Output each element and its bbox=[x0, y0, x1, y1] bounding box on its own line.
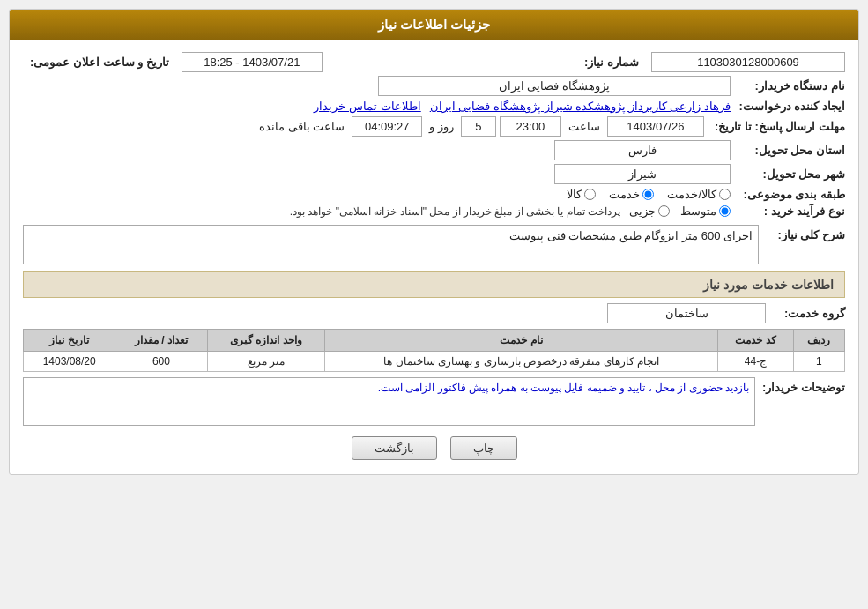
category-option-label-3: کالا/خدمت bbox=[667, 188, 716, 201]
services-info-header: اطلاعات خدمات مورد نیاز bbox=[23, 271, 845, 298]
buyer-name-label: نام دستگاه خریدار: bbox=[731, 79, 845, 93]
public-announce-value: 1403/07/21 - 18:25 bbox=[182, 52, 323, 72]
process-option-medium-label: متوسط bbox=[680, 204, 716, 218]
contact-info-link[interactable]: اطلاعات تماس خریدار bbox=[314, 100, 420, 113]
cell-service-name: انجام کارهای متفرقه درخصوص بازسازی و بهس… bbox=[325, 352, 718, 372]
back-button[interactable]: بازگشت bbox=[352, 436, 437, 460]
col-service-name: نام خدمت bbox=[325, 330, 718, 352]
print-button[interactable]: چاپ bbox=[450, 436, 517, 460]
buyer-notes-label: توضیحات خریدار: bbox=[762, 377, 845, 394]
buyer-notes-value: بازدید حضوری از محل ، تایید و ضمیمه فایل… bbox=[23, 377, 755, 426]
creator-link[interactable]: فرهاد زارعی کاربرداز پژوهشکده شیراز پژوه… bbox=[430, 100, 731, 113]
reply-days-label: روز و bbox=[426, 120, 457, 133]
process-type-label: نوع فرآیند خرید : bbox=[731, 204, 845, 218]
reply-remaining-label: ساعت باقی مانده bbox=[256, 120, 348, 133]
reply-time-label: ساعت bbox=[565, 120, 604, 133]
city-label: شهر محل تحویل: bbox=[731, 167, 845, 181]
cell-row-num: 1 bbox=[793, 352, 844, 372]
process-option-medium[interactable]: متوسط bbox=[680, 204, 731, 218]
province-value: فارس bbox=[554, 140, 731, 160]
col-date: تاریخ نیاز bbox=[24, 330, 115, 352]
col-service-code: کد خدمت bbox=[718, 330, 794, 352]
process-option-minor-label: جزیی bbox=[629, 204, 656, 218]
category-option-label-2: خدمت bbox=[609, 188, 640, 201]
need-number-value: 1103030128000609 bbox=[651, 52, 845, 72]
buyer-name-value: پژوهشگاه فضایی ایران bbox=[378, 76, 731, 96]
page-title: جزئیات اطلاعات نیاز bbox=[10, 10, 858, 40]
province-label: استان محل تحویل: bbox=[731, 144, 845, 157]
creator-label: ایجاد کننده درخواست: bbox=[731, 100, 845, 113]
category-option-service-goods[interactable]: کالا/خدمت bbox=[667, 188, 731, 201]
reply-days-value: 5 bbox=[461, 116, 496, 137]
service-group-value: ساختمان bbox=[607, 303, 766, 323]
general-description-value: اجرای 600 متر ایزوگام طبق مشخصات فنی پیو… bbox=[23, 225, 759, 264]
service-group-label: گروه خدمت: bbox=[766, 307, 845, 320]
cell-quantity: 600 bbox=[115, 352, 207, 372]
category-option-service[interactable]: خدمت bbox=[609, 188, 654, 201]
reply-deadline-label: مهلت ارسال پاسخ: تا تاریخ: bbox=[708, 120, 845, 133]
category-option-label-1: کالا bbox=[567, 188, 582, 201]
general-description-label: شرح کلی نیاز: bbox=[766, 225, 845, 241]
reply-date-value: 1403/07/26 bbox=[607, 116, 704, 137]
reply-remaining-value: 04:09:27 bbox=[352, 116, 422, 137]
services-table: ردیف کد خدمت نام خدمت واحد اندازه گیری ت… bbox=[23, 329, 845, 372]
category-label: طبقه بندی موضوعی: bbox=[731, 188, 845, 201]
category-option-goods[interactable]: کالا bbox=[567, 188, 596, 201]
col-row-num: ردیف bbox=[793, 330, 844, 352]
cell-date: 1403/08/20 bbox=[24, 352, 115, 372]
cell-unit: متر مربع bbox=[207, 352, 325, 372]
col-quantity: تعداد / مقدار bbox=[115, 330, 207, 352]
need-number-label: شماره نیاز: bbox=[577, 56, 646, 69]
cell-service-code: ج-44 bbox=[718, 352, 794, 372]
city-value: شیراز bbox=[554, 164, 731, 184]
process-description: پرداخت تمام یا بخشی از مبلغ خریدار از مح… bbox=[23, 205, 629, 218]
reply-time-value: 23:00 bbox=[500, 116, 561, 137]
col-unit: واحد اندازه گیری bbox=[207, 330, 325, 352]
table-row: 1 ج-44 انجام کارهای متفرقه درخصوص بازساز… bbox=[24, 352, 845, 372]
process-option-minor[interactable]: جزیی bbox=[629, 204, 670, 218]
public-announce-label: تاریخ و ساعت اعلان عمومی: bbox=[23, 56, 176, 69]
